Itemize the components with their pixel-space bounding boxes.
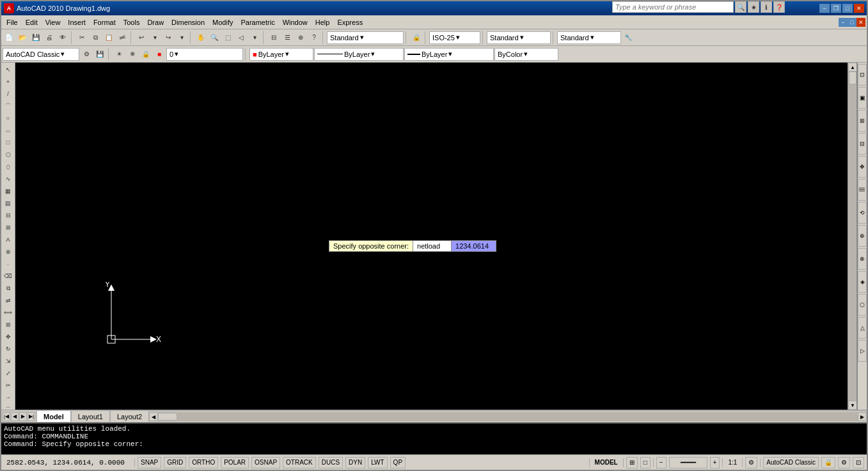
layer-freeze-button[interactable]: ❄ xyxy=(126,48,139,61)
tab-nav-prev[interactable]: ◀ xyxy=(11,412,19,421)
search-input[interactable] xyxy=(612,1,734,13)
menu-format[interactable]: Format xyxy=(90,17,120,27)
polyline-tool-button[interactable]: ⌒ xyxy=(3,100,14,112)
hardware-btn[interactable]: ⚙ xyxy=(838,457,850,468)
ortho-toggle[interactable]: ORTHO xyxy=(189,457,218,468)
redo-button[interactable]: ↪ xyxy=(162,31,175,44)
ellipse-tool-button[interactable]: ⬯ xyxy=(3,161,14,173)
menu-express[interactable]: Express xyxy=(333,17,367,27)
mirror-tool-button[interactable]: ⇌ xyxy=(3,295,14,306)
otrack-toggle[interactable]: OTRACK xyxy=(283,457,316,468)
spline-tool-button[interactable]: ∿ xyxy=(3,173,14,185)
linetype-dropdown[interactable]: ByLayer ▾ xyxy=(314,48,404,61)
paste-button[interactable]: 📋 xyxy=(102,31,115,44)
scroll-thumb-v[interactable] xyxy=(849,72,856,84)
select-tool-button[interactable]: ↖ xyxy=(3,64,14,75)
frp-btn2[interactable]: ▣ xyxy=(858,87,867,109)
design-center-button[interactable]: ⊕ xyxy=(294,31,307,44)
rect-tool-button[interactable]: □ xyxy=(3,137,14,148)
qp-toggle[interactable]: QP xyxy=(390,457,406,468)
text-style-dropdown[interactable]: Standard ▾ xyxy=(487,31,551,44)
dyn-toggle[interactable]: DYN xyxy=(345,457,365,468)
frp-btn13[interactable]: ▷ xyxy=(858,340,867,362)
lineweight-dropdown[interactable]: ByLayer ▾ xyxy=(404,48,494,61)
menu-help[interactable]: Help xyxy=(312,17,334,27)
multileader-dropdown[interactable]: Standard ▾ xyxy=(557,31,621,44)
scroll-up-button[interactable]: ▲ xyxy=(848,63,857,72)
open-file-button[interactable]: 📂 xyxy=(16,31,29,44)
hscroll-track[interactable] xyxy=(158,412,858,421)
layer-props-button[interactable]: ☰ xyxy=(281,31,294,44)
anno-scale-btn[interactable]: ⚙ xyxy=(745,457,757,468)
annotation-dropdown[interactable]: ISO-25 ▾ xyxy=(429,31,480,44)
workspace-dropdown[interactable]: Standard ▾ xyxy=(327,31,404,44)
help-button[interactable]: ? xyxy=(308,31,320,44)
stretch-tool-button[interactable]: ⤢ xyxy=(3,367,14,379)
gradient-tool-button[interactable]: ▤ xyxy=(3,197,14,209)
color-dropdown[interactable]: ■ ByLayer ▾ xyxy=(249,48,313,61)
viewport-btn1[interactable]: ⊞ xyxy=(626,457,638,468)
offset-tool-button[interactable]: ⟺ xyxy=(3,307,14,318)
erase-tool-button[interactable]: ⌫ xyxy=(3,270,14,282)
search-extra3[interactable]: ❓ xyxy=(773,1,785,13)
zoom-out-status[interactable]: − xyxy=(656,457,667,468)
tab-layout2[interactable]: Layout2 xyxy=(110,410,149,422)
line-tool-button[interactable]: / xyxy=(3,88,14,100)
hscroll-left[interactable]: ◀ xyxy=(149,412,158,421)
wksp-name-status[interactable]: AutoCAD Classic xyxy=(763,457,819,468)
layer-dropdown[interactable]: 0 ▾ xyxy=(166,48,243,61)
pick-tool-button[interactable]: + xyxy=(3,76,14,88)
doc-restore-button[interactable]: □ xyxy=(848,18,856,27)
osnap-toggle[interactable]: OSNAP xyxy=(251,457,280,468)
move-tool-button[interactable]: ✥ xyxy=(3,331,14,343)
menu-modify[interactable]: Modify xyxy=(209,17,237,27)
menu-edit[interactable]: Edit xyxy=(22,17,42,27)
polar-toggle[interactable]: POLAR xyxy=(221,457,249,468)
workspace-save-button[interactable]: 💾 xyxy=(93,48,106,61)
maximize-button[interactable]: □ xyxy=(842,4,853,13)
menu-tools[interactable]: Tools xyxy=(120,17,144,27)
frp-btn11[interactable]: ⬡ xyxy=(858,294,867,316)
hscroll-right[interactable]: ▶ xyxy=(858,412,867,421)
insert-block-button[interactable]: ⊕ xyxy=(3,246,14,258)
workspace-classic-dropdown[interactable]: AutoCAD Classic ▾ xyxy=(3,48,79,61)
copy-tool-button[interactable]: ⧉ xyxy=(3,282,14,294)
scroll-down-button[interactable]: ▼ xyxy=(848,401,857,410)
tab-model[interactable]: Model xyxy=(36,410,71,422)
viewport-btn2[interactable]: □ xyxy=(640,457,651,468)
layer-lock-button[interactable]: 🔒 xyxy=(139,48,152,61)
tab-nav-first[interactable]: |◀ xyxy=(3,412,10,421)
search-extra1[interactable]: ★ xyxy=(748,1,759,13)
menu-insert[interactable]: Insert xyxy=(64,17,90,27)
hatch-tool-button[interactable]: ▦ xyxy=(3,185,14,197)
tab-layout1[interactable]: Layout1 xyxy=(71,410,110,422)
tab-nav-next[interactable]: ▶ xyxy=(19,412,27,421)
save-button[interactable]: 💾 xyxy=(29,31,42,44)
menu-parametric[interactable]: Parametric xyxy=(237,17,278,27)
plot-preview-button[interactable]: 👁 xyxy=(56,31,69,44)
scroll-track-v[interactable] xyxy=(848,72,856,401)
lockui-button[interactable]: 🔒 xyxy=(821,457,835,468)
workspace-settings-button[interactable]: ⚙ xyxy=(80,48,93,61)
annoscale-button[interactable]: 🔧 xyxy=(622,31,635,44)
trim-tool-button[interactable]: ✂ xyxy=(3,380,14,391)
lwt-toggle[interactable]: LWT xyxy=(368,457,387,468)
menu-view[interactable]: View xyxy=(42,17,65,27)
pan-button[interactable]: ✋ xyxy=(194,31,207,44)
menu-file[interactable]: File xyxy=(3,17,22,27)
rotate-tool-button[interactable]: ↻ xyxy=(3,343,14,355)
frp-btn8[interactable]: ⊕ xyxy=(858,225,867,247)
frp-btn10[interactable]: ◈ xyxy=(858,271,867,293)
grid-toggle[interactable]: GRID xyxy=(164,457,186,468)
frp-btn6[interactable]: ||| xyxy=(858,179,867,201)
plot-button[interactable]: 🖨 xyxy=(43,31,56,44)
wksp-lock-button[interactable]: 🔒 xyxy=(410,31,423,44)
tooltip-input1[interactable]: netload xyxy=(413,240,452,252)
frp-btn4[interactable]: ⊟ xyxy=(858,133,867,155)
drawing-canvas[interactable]: Y X Specify opposite corner: netload 123… xyxy=(15,63,848,410)
frp-btn3[interactable]: ⊞ xyxy=(858,110,867,132)
menu-draw[interactable]: Draw xyxy=(143,17,168,27)
arc-tool-button[interactable]: ⌓ xyxy=(3,125,14,136)
fillet-tool-button[interactable]: ⌒ xyxy=(3,404,14,410)
polygon-tool-button[interactable]: ⬡ xyxy=(3,149,14,160)
